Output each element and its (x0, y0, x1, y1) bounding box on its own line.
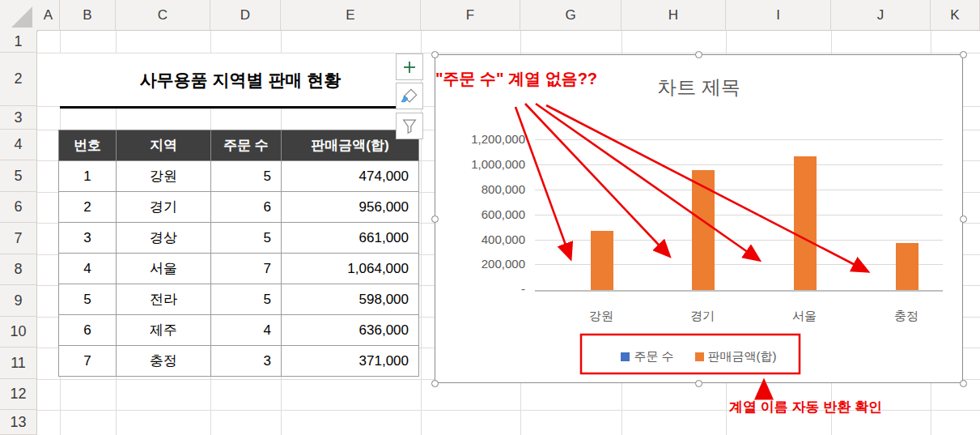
column-header-H[interactable]: H (622, 0, 726, 31)
table-cell[interactable]: 5 (211, 284, 282, 315)
column-header-A[interactable]: A (37, 0, 60, 31)
table-cell[interactable]: 6 (211, 192, 282, 223)
table-header-cell[interactable]: 주문 수 (211, 130, 282, 161)
selection-handle[interactable] (431, 380, 439, 387)
table-cell[interactable]: 5 (211, 223, 282, 254)
table-row: 1강원5474,000 (59, 161, 419, 192)
table-cell[interactable]: 1 (59, 161, 117, 192)
table-cell[interactable]: 7 (211, 254, 282, 284)
table-cell[interactable]: 4 (59, 254, 117, 284)
row-header-13[interactable]: 13 (0, 410, 37, 435)
sheet-title: 사무용품 지역별 판매 현황 (140, 69, 342, 92)
chart-gridline (535, 164, 943, 165)
table-cell[interactable]: 경기 (117, 192, 211, 223)
y-tick-label: 800,000 (435, 181, 525, 198)
bar-충정[interactable] (896, 243, 918, 290)
table-row: 7충정3371,000 (59, 346, 419, 377)
column-header-F[interactable]: F (421, 0, 520, 31)
row-header-10[interactable]: 10 (0, 317, 37, 348)
x-category-label: 서울 (768, 309, 841, 324)
table-cell[interactable]: 전라 (117, 284, 211, 315)
table-header-cell[interactable]: 지역 (117, 130, 211, 161)
table-cell[interactable]: 3 (211, 346, 282, 377)
brush-icon (401, 87, 418, 105)
column-header-G[interactable]: G (520, 0, 622, 31)
column-header-J[interactable]: J (831, 0, 931, 31)
legend-item[interactable]: 주문 수 (621, 349, 673, 365)
sales-table[interactable]: 번호지역주문 수판매금액(합)1강원5474,0002경기6956,0003경상… (58, 130, 419, 377)
table-row: 5전라5598,000 (59, 284, 419, 315)
chart-gridline (535, 190, 943, 190)
table-cell[interactable]: 598,000 (282, 284, 419, 315)
plus-icon (401, 59, 418, 75)
column-header-I[interactable]: I (726, 0, 831, 31)
y-tick-label: 1,000,000 (435, 156, 525, 173)
y-tick-label: - (435, 281, 525, 297)
y-tick-label: 600,000 (435, 207, 525, 223)
y-tick-label: 400,000 (435, 232, 525, 248)
row-header-5[interactable]: 5 (0, 160, 37, 192)
chart-filters-button[interactable] (396, 113, 423, 139)
chart-legend[interactable]: 주문 수판매금액(합) (435, 349, 962, 365)
table-cell[interactable]: 6 (59, 315, 117, 346)
table-cell[interactable]: 3 (59, 223, 117, 254)
row-header-12[interactable]: 12 (0, 379, 37, 410)
column-header-B[interactable]: B (60, 0, 116, 31)
table-cell[interactable]: 956,000 (282, 192, 419, 223)
legend-item[interactable]: 판매금액(합) (695, 349, 777, 365)
selection-handle[interactable] (695, 380, 702, 387)
bar-서울[interactable] (794, 156, 817, 290)
column-header-C[interactable]: C (116, 0, 210, 31)
row-header-6[interactable]: 6 (0, 192, 37, 223)
table-cell[interactable]: 충정 (117, 346, 211, 377)
column-header-E[interactable]: E (281, 0, 421, 31)
chart-area[interactable]: 차트 제목 1,200,0001,000,000800,000600,00040… (435, 54, 963, 383)
legend-label: 주문 수 (634, 349, 673, 365)
table-row: 6제주4636,000 (59, 315, 419, 346)
row-header-3[interactable]: 3 (0, 106, 37, 130)
row-header-2[interactable]: 2 (0, 53, 37, 106)
row-header-11[interactable]: 11 (0, 348, 37, 379)
row-header-9[interactable]: 9 (0, 285, 37, 317)
table-cell[interactable]: 5 (59, 284, 117, 315)
column-header-K[interactable]: K (931, 0, 980, 31)
bar-강원[interactable] (591, 231, 613, 290)
table-cell[interactable]: 5 (211, 161, 282, 192)
selection-handle[interactable] (695, 51, 702, 58)
row-header-4[interactable]: 4 (0, 130, 37, 160)
selection-handle[interactable] (960, 380, 967, 387)
x-category-label: 충정 (870, 309, 943, 324)
table-cell[interactable]: 1,064,000 (282, 254, 419, 284)
table-cell[interactable]: 서울 (117, 254, 211, 284)
chart-styles-button[interactable] (396, 83, 423, 109)
y-tick-label: 1,200,000 (435, 131, 525, 147)
x-axis-line (535, 290, 943, 292)
selection-handle[interactable] (431, 51, 439, 58)
bar-경기[interactable] (692, 170, 715, 290)
sheet-title-cell[interactable]: 사무용품 지역별 판매 현황 (60, 53, 421, 109)
table-cell[interactable]: 제주 (117, 315, 211, 346)
chart-gridline (535, 139, 943, 140)
select-all-corner[interactable] (0, 0, 38, 32)
table-cell[interactable]: 636,000 (282, 315, 419, 346)
selection-handle[interactable] (960, 51, 967, 58)
table-cell[interactable]: 강원 (117, 161, 211, 192)
table-cell[interactable]: 371,000 (282, 346, 419, 377)
row-header-7[interactable]: 7 (0, 223, 37, 254)
table-cell[interactable]: 661,000 (282, 223, 419, 254)
table-cell[interactable]: 7 (59, 346, 117, 377)
selection-handle[interactable] (431, 215, 439, 223)
legend-label: 판매금액(합) (708, 349, 777, 365)
chart-elements-button[interactable] (396, 53, 423, 80)
legend-swatch (621, 352, 630, 361)
table-cell[interactable]: 경상 (117, 223, 211, 254)
x-category-label: 경기 (666, 309, 739, 324)
selection-handle[interactable] (960, 215, 967, 223)
column-header-D[interactable]: D (210, 0, 281, 31)
table-cell[interactable]: 2 (59, 192, 117, 223)
table-cell[interactable]: 474,000 (282, 161, 419, 192)
row-header-8[interactable]: 8 (0, 254, 37, 285)
table-header-cell[interactable]: 번호 (59, 130, 117, 161)
row-header-1[interactable]: 1 (0, 31, 37, 53)
table-cell[interactable]: 4 (211, 315, 282, 346)
